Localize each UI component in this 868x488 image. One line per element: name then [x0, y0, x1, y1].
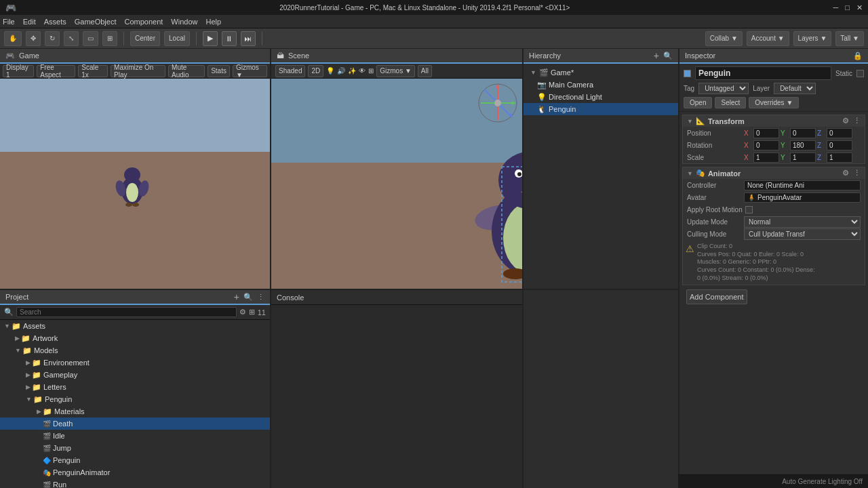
tree-penguin-animator[interactable]: ▶ 🎭 PenguinAnimator	[0, 466, 270, 479]
2d-btn[interactable]: 2D	[308, 65, 323, 77]
collab-btn[interactable]: Collab ▼	[705, 31, 743, 46]
mute-btn[interactable]: Mute Audio	[168, 65, 205, 77]
tag-dropdown[interactable]: Untagged	[698, 83, 749, 94]
gizmos-scene-btn[interactable]: Gizmos ▼	[376, 65, 415, 77]
tree-death[interactable]: ▶ 🎬 Death	[0, 418, 270, 430]
menu-edit[interactable]: Edit	[23, 18, 36, 26]
tree-penguin-mesh[interactable]: ▶ 🔷 Penguin	[0, 454, 270, 466]
maximize-btn[interactable]: Maximize On Play	[111, 65, 165, 77]
pos-z-input[interactable]	[827, 128, 852, 138]
project-search-btn[interactable]: 🔍	[243, 293, 253, 302]
tree-run[interactable]: ▶ 🎬 Run	[0, 479, 270, 488]
tree-models[interactable]: ▼ 📁 Models	[0, 344, 270, 357]
play-btn[interactable]: ▶	[203, 31, 218, 46]
object-active-checkbox[interactable]	[684, 70, 691, 77]
project-options-btn[interactable]: ⋮	[257, 293, 264, 302]
overrides-btn[interactable]: Overrides ▼	[749, 97, 799, 108]
tree-env[interactable]: ▶ 📁 Environement	[0, 357, 270, 369]
layout-btn[interactable]: Tall ▼	[835, 31, 864, 46]
aspect-dropdown[interactable]: Free Aspect	[37, 65, 75, 77]
pivot-btn[interactable]: Center	[130, 31, 160, 46]
select-btn[interactable]: Select	[715, 97, 746, 108]
tool-hand[interactable]: ✋	[4, 31, 22, 46]
step-btn[interactable]: ⏭	[241, 31, 256, 46]
tree-jump[interactable]: ▶ 🎬 Jump	[0, 442, 270, 454]
transform-menu-icon[interactable]: ⋮	[853, 117, 861, 125]
account-btn[interactable]: Account ▼	[747, 31, 789, 46]
hierarchy-item-camera[interactable]: 📷 Main Camera	[524, 79, 678, 91]
maximize-btn[interactable]: □	[845, 3, 850, 12]
audio-icon[interactable]: 🔊	[337, 67, 345, 75]
grid-icon[interactable]: ⊞	[368, 67, 374, 75]
scale-y-input[interactable]	[790, 152, 816, 163]
project-tab[interactable]: Project + 🔍 ⋮	[0, 290, 270, 305]
hierarchy-add-btn[interactable]: +	[654, 50, 659, 61]
tree-gameplay[interactable]: ▶ 📁 Gameplay	[0, 369, 270, 381]
light-icon[interactable]: 💡	[326, 67, 334, 75]
hierarchy-item-game[interactable]: ▼ 🎬 Game*	[524, 66, 678, 79]
minimize-btn[interactable]: ─	[833, 3, 839, 12]
rot-x-input[interactable]	[753, 140, 779, 150]
window-controls[interactable]: ─ □ ✕	[833, 3, 863, 12]
scene-viewport[interactable]	[271, 79, 522, 289]
controller-value[interactable]: None (Runtime Ani	[744, 180, 861, 190]
scale-dropdown[interactable]: Scale 1x	[78, 65, 108, 77]
tree-penguin-folder[interactable]: ▼ 📁 Penguin	[0, 393, 270, 405]
inspector-tab[interactable]: Inspector 🔒	[679, 49, 868, 64]
hierarchy-tab[interactable]: Hierarchy + 🔍	[524, 49, 678, 64]
scene-nav-widget[interactable]	[477, 83, 518, 123]
tree-idle[interactable]: ▶ 🎬 Idle	[0, 430, 270, 442]
shaded-dropdown[interactable]: Shaded	[275, 65, 305, 77]
project-add-btn[interactable]: +	[234, 291, 239, 302]
tree-artwork[interactable]: ▶ 📁 Artwork	[0, 332, 270, 344]
rot-z-input[interactable]	[827, 140, 852, 150]
animator-settings-icon[interactable]: ⚙	[842, 169, 849, 178]
game-tab[interactable]: 🎮 Game	[0, 49, 270, 64]
stats-btn[interactable]: Stats	[208, 65, 230, 77]
layers-btn[interactable]: Layers ▼	[793, 31, 832, 46]
pos-y-input[interactable]	[790, 128, 816, 138]
project-icon3[interactable]: 11	[258, 308, 266, 317]
tree-assets[interactable]: ▼ 📁 Assets	[0, 320, 270, 332]
fx-icon[interactable]: ✨	[348, 67, 356, 75]
close-btn[interactable]: ✕	[856, 3, 863, 12]
tool-rect[interactable]: ▭	[83, 31, 98, 46]
pause-btn[interactable]: ⏸	[222, 31, 237, 46]
update-mode-dropdown[interactable]: Normal	[744, 216, 861, 228]
layer-dropdown[interactable]: Default	[774, 83, 816, 94]
hidden-icon[interactable]: 👁	[359, 67, 366, 75]
display-dropdown[interactable]: Display 1	[3, 65, 34, 77]
all-layers-btn[interactable]: All	[418, 65, 432, 77]
scale-x-input[interactable]	[753, 152, 779, 163]
open-btn[interactable]: Open	[684, 97, 712, 108]
space-btn[interactable]: Local	[164, 31, 190, 46]
inspector-lock-icon[interactable]: 🔒	[853, 52, 863, 60]
static-checkbox[interactable]	[856, 70, 864, 77]
menu-window[interactable]: Window	[171, 18, 197, 26]
root-motion-checkbox[interactable]	[745, 206, 753, 214]
project-search-input[interactable]	[16, 307, 237, 317]
tool-scale[interactable]: ⤡	[64, 31, 79, 46]
pos-x-input[interactable]	[753, 128, 779, 138]
culling-mode-dropdown[interactable]: Cull Update Transf	[744, 228, 861, 240]
hierarchy-item-penguin[interactable]: 🐧 Penguin	[524, 103, 678, 115]
tool-move[interactable]: ✥	[26, 31, 41, 46]
gizmos-game-btn[interactable]: Gizmos ▼	[233, 65, 267, 77]
project-icon1[interactable]: ⚙	[239, 308, 246, 317]
object-name-field[interactable]	[695, 66, 831, 80]
menu-component[interactable]: Component	[124, 18, 163, 26]
tool-transform[interactable]: ⊞	[102, 31, 117, 46]
menu-assets[interactable]: Assets	[44, 18, 66, 26]
tree-materials[interactable]: ▶ 📁 Materials	[0, 405, 270, 418]
scene-tab[interactable]: 🏔 Scene	[271, 49, 522, 64]
console-tab[interactable]: Console	[271, 290, 522, 305]
animator-header[interactable]: ▼ 🎭 Animator ⚙ ⋮	[683, 167, 865, 179]
transform-settings-icon[interactable]: ⚙	[842, 117, 849, 125]
hierarchy-search-btn[interactable]: 🔍	[663, 52, 673, 60]
tree-letters[interactable]: ▶ 📁 Letters	[0, 381, 270, 393]
rot-y-input[interactable]	[790, 140, 816, 150]
project-icon2[interactable]: ⊞	[249, 308, 255, 317]
menu-file[interactable]: File	[3, 18, 15, 26]
menu-gameobject[interactable]: GameObject	[75, 18, 117, 26]
add-component-btn[interactable]: Add Component	[686, 289, 747, 304]
